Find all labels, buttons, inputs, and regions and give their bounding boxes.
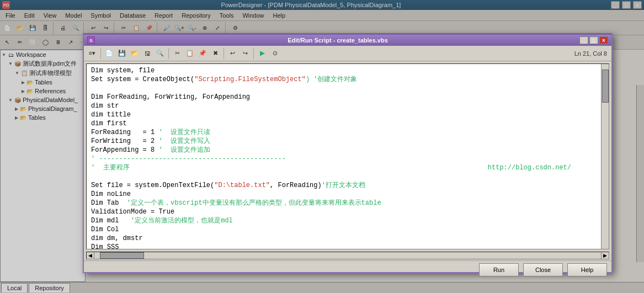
- code-content[interactable]: Dim system, file Set system = CreateObje…: [87, 64, 609, 249]
- code-line-4: Dim ForReading, ForWriting, ForAppending: [91, 93, 604, 102]
- modal-tb-copy[interactable]: 📋: [184, 47, 196, 60]
- modal-tb-paste[interactable]: 📌: [196, 47, 209, 60]
- code-line-15: Dim noLine: [91, 190, 604, 199]
- code-line-6: dim tittle: [91, 110, 604, 119]
- modal-restore[interactable]: □: [589, 36, 598, 44]
- modal-tb-open[interactable]: 📂: [129, 47, 141, 60]
- code-line-7: dim first: [91, 119, 604, 128]
- modal-tb-search[interactable]: 🔍: [154, 47, 166, 60]
- modal-sep-3: [223, 48, 224, 59]
- modal-tb-new[interactable]: 📄: [103, 47, 115, 60]
- modal-sep-2: [168, 48, 169, 59]
- scrollbar-thumb[interactable]: [602, 70, 609, 103]
- modal-toolbar: ≡▾ 📄 💾 📂 🖫 🔍 ✂ 📋 📌 ✖ ↩ ↪ ▶ ⊙ Ln 21, Col …: [84, 46, 611, 61]
- scroll-right-btn[interactable]: ▶: [601, 252, 609, 259]
- run-button[interactable]: Run: [479, 263, 519, 276]
- close-button[interactable]: Close: [523, 263, 563, 276]
- modal-tb-saveas[interactable]: 🖫: [141, 47, 153, 60]
- modal-icon: S: [87, 36, 95, 44]
- code-line-21: Dim SSS: [91, 243, 604, 249]
- h-scrollbar-container[interactable]: ◀ ▶: [86, 252, 609, 259]
- modal-tb-undo[interactable]: ↩: [226, 47, 238, 60]
- code-line-20: dim dm, dmstr: [91, 234, 604, 243]
- code-line-8: ForReading = 1 ' 设置文件只读: [91, 128, 604, 137]
- scroll-left-btn[interactable]: ◀: [87, 252, 94, 259]
- modal-overlay: S Edit/Run Script - create_tables.vbs _ …: [0, 0, 644, 293]
- code-line-11: ' --------------------------------------…: [91, 155, 604, 163]
- modal-status: Ln 21, Col 8: [574, 50, 609, 57]
- modal-sep-1: [100, 48, 101, 59]
- modal-minimize[interactable]: _: [579, 36, 588, 44]
- modal-tb-menu1[interactable]: ≡▾: [86, 47, 98, 60]
- modal-sep-4: [253, 48, 254, 59]
- modal-dialog: S Edit/Run Script - create_tables.vbs _ …: [83, 33, 613, 273]
- h-scrollbar-thumb[interactable]: [100, 252, 144, 259]
- modal-tb-redo[interactable]: ↪: [239, 47, 251, 60]
- code-line-18: Dim mdl '定义当前激活的模型，也就是mdl: [91, 216, 604, 225]
- code-line-10: ForAppending = 8 ' 设置文件追加: [91, 146, 604, 155]
- code-editor[interactable]: Dim system, file Set system = CreateObje…: [86, 63, 609, 249]
- modal-close-btn[interactable]: ×: [599, 36, 608, 44]
- modal-bottom: Run Close Help: [84, 260, 611, 279]
- help-button[interactable]: Help: [567, 263, 607, 276]
- code-line-13: [91, 172, 604, 181]
- modal-tb-info[interactable]: ⊙: [269, 47, 281, 60]
- code-line-9: ForWriting = 2 ' 设置文件写入: [91, 137, 604, 146]
- modal-tb-run[interactable]: ▶: [256, 47, 268, 60]
- modal-tb-save[interactable]: 💾: [116, 47, 128, 60]
- code-line-5: dim str: [91, 102, 604, 110]
- code-scrollbar-v[interactable]: [601, 64, 609, 249]
- modal-tb-cut[interactable]: ✂: [171, 47, 183, 60]
- modal-title: Edit/Run Script - create_tables.vbs: [97, 37, 578, 44]
- code-line-19: Dim Col: [91, 225, 604, 234]
- code-line-1: Dim system, file: [91, 66, 604, 75]
- code-line-3: [91, 84, 604, 93]
- h-scrollbar-track[interactable]: [94, 252, 601, 259]
- modal-title-bar: S Edit/Run Script - create_tables.vbs _ …: [84, 35, 611, 46]
- code-line-14: Set file = system.OpenTextFile("D:\table…: [91, 181, 604, 190]
- modal-tb-delete[interactable]: ✖: [209, 47, 221, 60]
- code-line-16: Dim Tab '定义一个表，vbscript中变量没有那么严格的类型，但此变量…: [91, 199, 604, 207]
- code-line-12: ' 主要程序 http://blog.csdn.net/: [91, 163, 604, 172]
- code-line-2: Set system = CreateObject("Scripting.Fil…: [91, 75, 604, 84]
- code-line-17: ValidationMode = True: [91, 207, 604, 216]
